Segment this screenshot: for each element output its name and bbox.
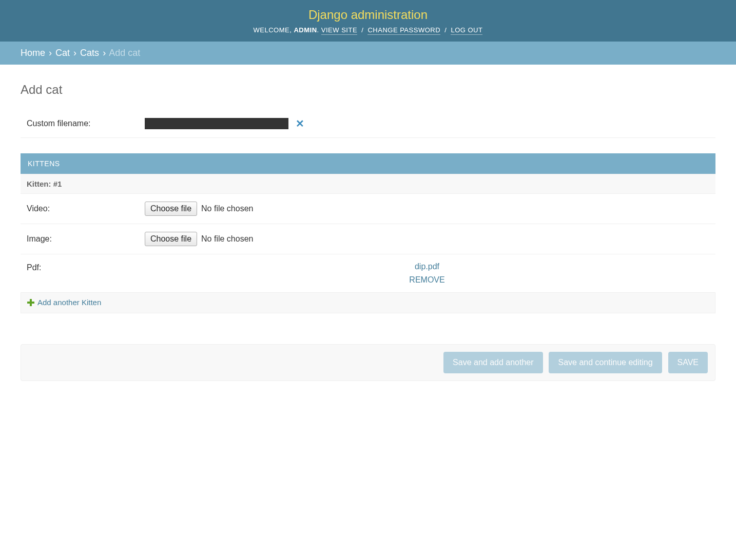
submit-row <box>21 344 715 381</box>
log-out-link[interactable]: LOG OUT <box>451 26 482 35</box>
custom-filename-value: ✕ <box>145 117 709 130</box>
image-file-input: Choose file No file chosen <box>145 232 709 246</box>
user-name: ADMIN <box>294 26 317 34</box>
add-another-row: Add another Kitten <box>21 293 715 313</box>
page-title: Add cat <box>21 83 715 97</box>
video-file-status: No file chosen <box>201 204 253 213</box>
upload-progress-bar <box>145 118 288 129</box>
image-row: Image: Choose file No file chosen <box>21 224 715 254</box>
video-choose-file-button[interactable]: Choose file <box>145 202 197 216</box>
breadcrumb-home[interactable]: Home <box>21 48 45 58</box>
content: Add cat Custom filename: ✕ KITTENS Kitte… <box>0 65 736 402</box>
pdf-remove-link[interactable]: REMOVE <box>409 275 444 285</box>
breadcrumb: Home › Cat › Cats › Add cat <box>0 42 736 65</box>
breadcrumb-app[interactable]: Cat <box>55 48 70 58</box>
image-choose-file-button[interactable]: Choose file <box>145 232 197 246</box>
custom-filename-label: Custom filename: <box>27 119 145 128</box>
kitten-inline-item: Kitten: #1 Video: Choose file No file ch… <box>21 174 715 293</box>
pdf-row: Pdf: dip.pdf REMOVE <box>21 254 715 293</box>
video-file-input: Choose file No file chosen <box>145 202 709 216</box>
kittens-inline-group: KITTENS Kitten: #1 Video: Choose file No… <box>21 153 715 313</box>
breadcrumb-separator: › <box>48 48 53 58</box>
add-another-label: Add another Kitten <box>37 298 101 307</box>
separator: / <box>359 26 365 34</box>
save-button[interactable] <box>668 352 708 373</box>
separator: / <box>442 26 449 34</box>
admin-header: Django administration WELCOME, ADMIN. VI… <box>0 0 736 42</box>
inline-group-title: KITTENS <box>21 153 715 174</box>
plus-icon <box>27 299 34 306</box>
period: . <box>317 26 319 34</box>
change-password-link[interactable]: CHANGE PASSWORD <box>367 26 440 35</box>
pdf-filename-link[interactable]: dip.pdf <box>415 262 439 271</box>
cancel-upload-icon[interactable]: ✕ <box>296 117 304 130</box>
user-tools: WELCOME, ADMIN. VIEW SITE / CHANGE PASSW… <box>21 26 715 34</box>
breadcrumb-separator: › <box>102 48 107 58</box>
image-file-status: No file chosen <box>201 234 253 244</box>
pdf-label: Pdf: <box>27 262 145 272</box>
image-label: Image: <box>27 234 145 244</box>
pdf-value: dip.pdf REMOVE <box>145 262 709 285</box>
breadcrumb-current: Add cat <box>109 48 140 58</box>
custom-filename-row: Custom filename: ✕ <box>21 110 715 138</box>
save-add-another-button[interactable] <box>443 352 543 373</box>
add-another-kitten-link[interactable]: Add another Kitten <box>27 298 101 307</box>
site-title: Django administration <box>21 8 715 22</box>
branding: Django administration <box>21 8 715 22</box>
view-site-link[interactable]: VIEW SITE <box>321 26 357 35</box>
breadcrumb-separator: › <box>72 48 78 58</box>
video-label: Video: <box>27 204 145 213</box>
inline-item-title: Kitten: #1 <box>21 174 715 194</box>
welcome-text: WELCOME, <box>254 26 292 34</box>
breadcrumb-model[interactable]: Cats <box>80 48 99 58</box>
save-continue-button[interactable] <box>549 352 662 373</box>
video-row: Video: Choose file No file chosen <box>21 194 715 224</box>
